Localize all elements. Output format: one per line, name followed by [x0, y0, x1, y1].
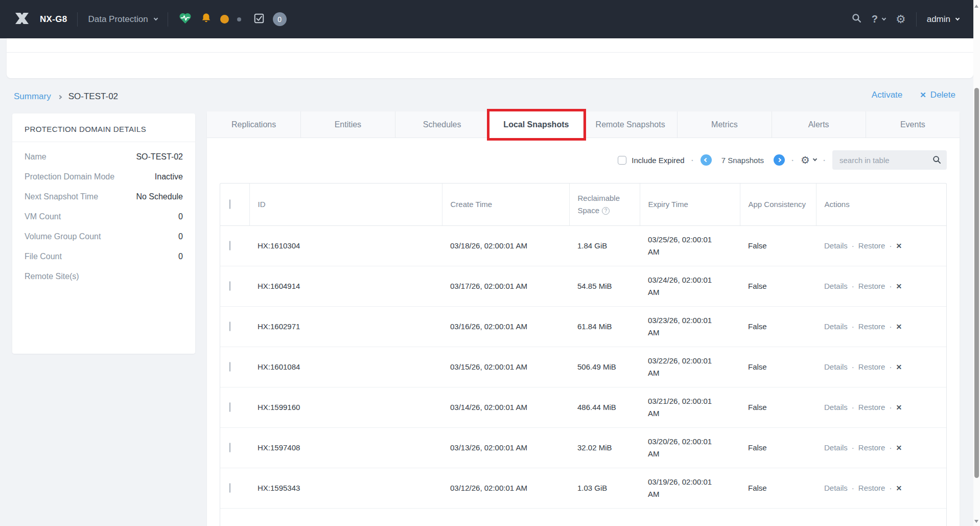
field-value: 0: [178, 252, 183, 261]
table-row: HX:159740803/13/26, 02:00:01 AM32.02 MiB…: [220, 427, 946, 468]
expiry-time: 03/23/26, 02:00:01 AM: [640, 306, 740, 347]
health-heart-icon[interactable]: [178, 12, 192, 27]
remove-snapshot-x-icon[interactable]: ✕: [896, 242, 902, 250]
remove-snapshot-x-icon[interactable]: ✕: [896, 282, 902, 290]
column-header-actions: Actions: [816, 184, 946, 225]
tab-remote-snapshots[interactable]: Remote Snapshots: [584, 111, 678, 138]
next-page-button[interactable]: [774, 154, 785, 166]
row-checkbox[interactable]: [229, 402, 230, 412]
restore-link[interactable]: Restore: [858, 322, 885, 331]
column-header-reclaimable-space[interactable]: Reclaimable Space?: [569, 184, 640, 225]
remove-snapshot-x-icon[interactable]: ✕: [896, 363, 902, 371]
row-checkbox[interactable]: [229, 241, 230, 250]
field-label: Volume Group Count: [25, 232, 101, 241]
user-menu[interactable]: admin: [927, 14, 959, 25]
create-time: 03/18/26, 02:00:01 AM: [442, 225, 569, 266]
separator-dot: ·: [889, 443, 892, 452]
field-label: VM Count: [25, 212, 61, 221]
help-menu[interactable]: ?: [872, 13, 885, 25]
tasks-clipboard-icon[interactable]: [253, 13, 265, 26]
tab-replications[interactable]: Replications: [207, 111, 301, 138]
row-checkbox[interactable]: [229, 281, 230, 291]
remove-snapshot-x-icon[interactable]: ✕: [896, 484, 902, 492]
remove-snapshot-x-icon[interactable]: ✕: [896, 403, 902, 411]
separator-dot: ·: [889, 322, 892, 331]
page-scrollbar[interactable]: [973, 0, 980, 526]
scrollbar-up-arrow-icon[interactable]: [974, 5, 978, 8]
include-expired-toggle[interactable]: Include Expired: [618, 156, 684, 165]
table-header-row: ID Create Time Reclaimable Space? Expiry…: [220, 184, 946, 225]
tab-entities[interactable]: Entities: [301, 111, 395, 138]
separator-dot: ·: [852, 241, 854, 250]
table-row: HX:161030403/18/26, 02:00:01 AM1.84 GiB0…: [220, 225, 946, 266]
delete-x-icon: ✕: [920, 90, 926, 100]
row-checkbox[interactable]: [229, 362, 230, 372]
warning-dot-icon[interactable]: [220, 15, 229, 24]
column-header-create-time[interactable]: Create Time: [442, 184, 569, 225]
row-actions: Details·Restore·✕: [824, 484, 942, 492]
column-header-id[interactable]: ID: [249, 184, 442, 225]
restore-link[interactable]: Restore: [858, 403, 885, 411]
search-icon: [932, 155, 941, 166]
tab-bar: ReplicationsEntitiesSchedulesLocal Snaps…: [207, 111, 960, 138]
column-header-app-consistency[interactable]: App Consistency: [740, 184, 816, 225]
restore-link[interactable]: Restore: [858, 443, 885, 452]
chevron-down-icon: [882, 16, 886, 20]
table-settings-dropdown[interactable]: ⚙: [801, 155, 816, 165]
tab-schedules[interactable]: Schedules: [395, 111, 489, 138]
details-link[interactable]: Details: [824, 282, 848, 290]
restore-link[interactable]: Restore: [858, 241, 885, 250]
restore-link[interactable]: Restore: [858, 484, 885, 492]
row-checkbox[interactable]: [229, 443, 230, 452]
reclaimable-space: 1.84 GiB: [569, 225, 640, 266]
table-controls: Include Expired · 7 Snapshots · ⚙ ·: [220, 150, 947, 170]
field-label: Name: [25, 152, 46, 162]
details-link[interactable]: Details: [824, 241, 848, 250]
row-checkbox[interactable]: [229, 322, 230, 331]
scrollbar-down-arrow-icon[interactable]: [974, 520, 978, 523]
search-input[interactable]: [832, 150, 947, 170]
activate-button[interactable]: Activate: [872, 90, 902, 100]
include-expired-checkbox[interactable]: [618, 156, 626, 165]
restore-link[interactable]: Restore: [858, 282, 885, 290]
previous-page-button[interactable]: [701, 154, 712, 166]
field-value: No Schedule: [136, 192, 183, 201]
create-time: 03/16/26, 02:00:01 AM: [442, 306, 569, 347]
search-icon[interactable]: [852, 13, 861, 25]
field-label: Next Snapshot Time: [25, 192, 98, 201]
restore-link[interactable]: Restore: [858, 362, 885, 371]
details-link[interactable]: Details: [824, 322, 848, 331]
details-link[interactable]: Details: [824, 403, 848, 411]
settings-gear-icon[interactable]: ⚙: [896, 14, 906, 25]
details-link[interactable]: Details: [824, 362, 848, 371]
snapshots-card: ReplicationsEntitiesSchedulesLocal Snaps…: [207, 111, 960, 526]
help-question-icon[interactable]: ?: [602, 207, 610, 215]
breadcrumb-summary-link[interactable]: Summary: [14, 92, 51, 102]
section-menu[interactable]: Data Protection: [88, 14, 157, 25]
column-header-expiry-time[interactable]: Expiry Time: [640, 184, 740, 225]
details-link[interactable]: Details: [824, 443, 848, 452]
task-count-badge[interactable]: 0: [273, 12, 287, 26]
select-all-checkbox[interactable]: [229, 199, 230, 209]
detail-field-next-snapshot-time: Next Snapshot TimeNo Schedule: [25, 192, 183, 201]
separator-dot: ·: [889, 362, 892, 371]
remove-snapshot-x-icon[interactable]: ✕: [896, 323, 902, 331]
tab-alerts[interactable]: Alerts: [772, 111, 866, 138]
row-checkbox[interactable]: [229, 483, 230, 493]
gear-icon: ⚙: [801, 155, 810, 165]
reclaimable-space: 506.49 MiB: [569, 347, 640, 387]
table-row: HX:160108403/15/26, 02:00:01 AM506.49 Mi…: [220, 347, 946, 387]
delete-button[interactable]: ✕ Delete: [920, 90, 955, 100]
tab-metrics[interactable]: Metrics: [678, 111, 772, 138]
nutanix-logo-icon[interactable]: [14, 12, 30, 27]
details-link[interactable]: Details: [824, 484, 848, 492]
remove-snapshot-x-icon[interactable]: ✕: [896, 444, 902, 452]
tab-local-snapshots[interactable]: Local Snapshots: [489, 111, 584, 138]
scrollbar-thumb[interactable]: [974, 88, 979, 478]
expiry-time: 03/19/26, 02:00:01 AM: [640, 468, 740, 508]
tab-events[interactable]: Events: [866, 111, 960, 138]
breadcrumb-current: SO-TEST-02: [68, 92, 118, 102]
separator-dot: ·: [852, 362, 854, 371]
alerts-bell-icon[interactable]: [200, 12, 212, 26]
detail-field-vm-count: VM Count0: [25, 212, 183, 221]
